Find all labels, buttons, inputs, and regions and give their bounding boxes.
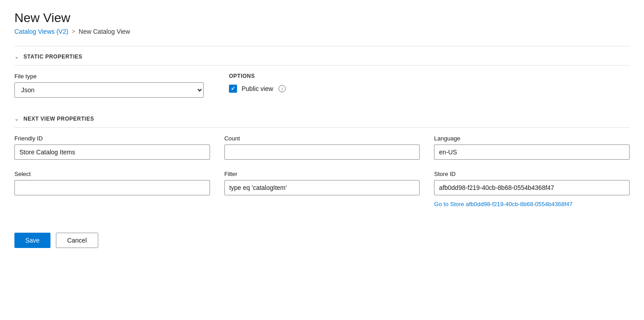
store-id-label: Store ID xyxy=(434,171,630,177)
breadcrumb-separator: > xyxy=(72,28,75,35)
count-group: Count xyxy=(224,135,420,160)
static-properties-title: STATIC PROPERTIES xyxy=(23,54,82,60)
friendly-id-group: Friendly ID xyxy=(14,135,210,160)
next-view-properties-header[interactable]: ⌄ NEXT VIEW PROPERTIES xyxy=(14,108,630,127)
public-view-checkbox[interactable]: ✓ xyxy=(229,85,237,93)
static-props-row: File type Json XML CSV OPTIONS ✓ Public … xyxy=(14,73,630,98)
friendly-id-label: Friendly ID xyxy=(14,135,210,142)
filter-input[interactable] xyxy=(224,180,420,195)
next-view-properties-section: ⌄ NEXT VIEW PROPERTIES Friendly ID Count… xyxy=(14,108,630,218)
store-id-input[interactable] xyxy=(434,180,630,195)
file-type-select[interactable]: Json XML CSV xyxy=(14,82,204,98)
next-view-row-1: Friendly ID Count Language xyxy=(14,135,630,160)
next-view-properties-title: NEXT VIEW PROPERTIES xyxy=(23,116,94,122)
options-section: OPTIONS ✓ Public view i xyxy=(229,73,286,93)
save-button[interactable]: Save xyxy=(14,233,50,248)
breadcrumb: Catalog Views (V2) > New Catalog View xyxy=(14,28,630,35)
button-row: Save Cancel xyxy=(14,233,630,248)
language-input[interactable] xyxy=(434,144,630,160)
count-label: Count xyxy=(224,135,420,142)
language-group: Language xyxy=(434,135,630,160)
count-input[interactable] xyxy=(224,144,420,160)
checkbox-check-icon: ✓ xyxy=(231,86,235,92)
page-container: New View Catalog Views (V2) > New Catalo… xyxy=(0,0,644,259)
breadcrumb-current: New Catalog View xyxy=(79,28,130,35)
options-label: OPTIONS xyxy=(229,73,286,79)
select-input[interactable] xyxy=(14,180,210,195)
page-title: New View xyxy=(14,11,630,25)
filter-label: Filter xyxy=(224,171,420,177)
chevron-down-icon: ⌄ xyxy=(14,54,19,60)
next-view-properties-content: Friendly ID Count Language Select xyxy=(14,128,630,218)
store-link[interactable]: Go to Store afb0dd98-f219-40cb-8b68-0554… xyxy=(434,201,630,207)
filter-group: Filter xyxy=(224,171,420,207)
public-view-row: ✓ Public view i xyxy=(229,85,286,93)
file-type-group: File type Json XML CSV xyxy=(14,73,204,98)
public-view-label: Public view xyxy=(242,85,273,92)
store-id-group: Store ID Go to Store afb0dd98-f219-40cb-… xyxy=(434,171,630,207)
file-type-label: File type xyxy=(14,73,204,80)
static-properties-section: ⌄ STATIC PROPERTIES File type Json XML C… xyxy=(14,46,630,108)
next-view-row-2: Select Filter Store ID Go to Store afb0d… xyxy=(14,171,630,207)
select-label: Select xyxy=(14,171,210,177)
cancel-button[interactable]: Cancel xyxy=(56,233,98,248)
language-label: Language xyxy=(434,135,630,142)
breadcrumb-link[interactable]: Catalog Views (V2) xyxy=(14,28,69,35)
public-view-info-icon[interactable]: i xyxy=(279,85,286,92)
chevron-down-icon-2: ⌄ xyxy=(14,116,19,122)
static-properties-content: File type Json XML CSV OPTIONS ✓ Public … xyxy=(14,66,630,108)
static-properties-header[interactable]: ⌄ STATIC PROPERTIES xyxy=(14,46,630,65)
select-group: Select xyxy=(14,171,210,207)
friendly-id-input[interactable] xyxy=(14,144,210,160)
